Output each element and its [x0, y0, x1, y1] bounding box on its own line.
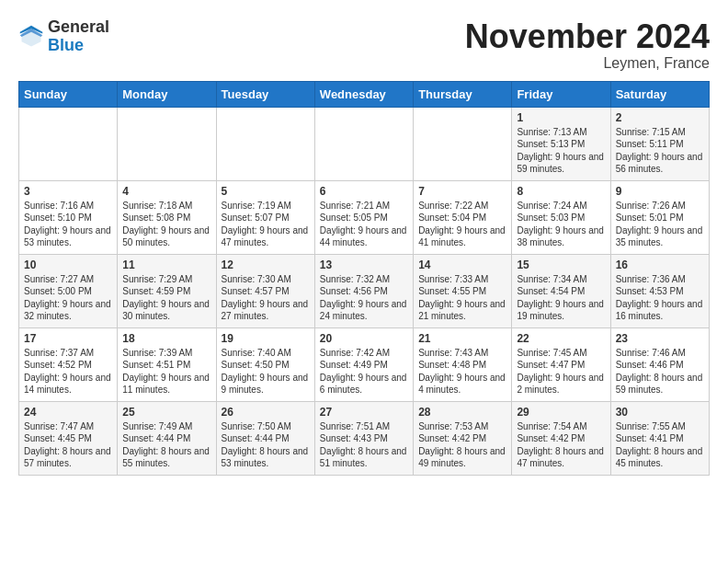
day-cell: 1Sunrise: 7:13 AM Sunset: 5:13 PM Daylig… [512, 107, 610, 180]
day-info: Sunrise: 7:26 AM Sunset: 5:01 PM Dayligh… [616, 200, 704, 249]
day-info: Sunrise: 7:16 AM Sunset: 5:10 PM Dayligh… [24, 200, 112, 249]
day-cell: 8Sunrise: 7:24 AM Sunset: 5:03 PM Daylig… [512, 180, 610, 254]
header-friday: Friday [512, 81, 610, 107]
week-row-1: 3Sunrise: 7:16 AM Sunset: 5:10 PM Daylig… [19, 180, 710, 254]
day-number: 13 [320, 259, 408, 271]
day-number: 22 [517, 332, 605, 345]
day-info: Sunrise: 7:37 AM Sunset: 4:52 PM Dayligh… [24, 347, 112, 396]
calendar-header: SundayMondayTuesdayWednesdayThursdayFrid… [19, 81, 710, 107]
day-number: 17 [24, 332, 112, 345]
day-cell: 12Sunrise: 7:30 AM Sunset: 4:57 PM Dayli… [216, 254, 314, 327]
day-cell: 6Sunrise: 7:21 AM Sunset: 5:05 PM Daylig… [314, 180, 413, 254]
day-number: 21 [418, 332, 506, 345]
header-saturday: Saturday [610, 81, 709, 107]
day-number: 30 [616, 406, 704, 419]
day-cell [414, 107, 512, 180]
logo-blue: Blue [48, 36, 84, 54]
page-header: General Blue November 2024 Leymen, Franc… [18, 18, 710, 72]
day-number: 14 [418, 259, 506, 271]
day-info: Sunrise: 7:22 AM Sunset: 5:04 PM Dayligh… [418, 200, 506, 249]
day-number: 26 [222, 406, 310, 419]
day-info: Sunrise: 7:55 AM Sunset: 4:41 PM Dayligh… [616, 420, 704, 470]
day-number: 9 [616, 185, 704, 198]
day-cell: 4Sunrise: 7:18 AM Sunset: 5:08 PM Daylig… [118, 180, 216, 254]
day-number: 12 [222, 259, 310, 271]
header-monday: Monday [118, 81, 216, 107]
day-info: Sunrise: 7:15 AM Sunset: 5:11 PM Dayligh… [616, 126, 704, 176]
day-cell: 18Sunrise: 7:39 AM Sunset: 4:51 PM Dayli… [118, 327, 216, 401]
day-info: Sunrise: 7:46 AM Sunset: 4:46 PM Dayligh… [616, 347, 704, 396]
day-cell: 5Sunrise: 7:19 AM Sunset: 5:07 PM Daylig… [216, 180, 314, 254]
title-block: November 2024 Leymen, France [465, 18, 710, 72]
day-info: Sunrise: 7:39 AM Sunset: 4:51 PM Dayligh… [122, 347, 210, 396]
header-wednesday: Wednesday [314, 81, 413, 107]
day-info: Sunrise: 7:24 AM Sunset: 5:03 PM Dayligh… [517, 200, 605, 249]
week-row-0: 1Sunrise: 7:13 AM Sunset: 5:13 PM Daylig… [19, 107, 710, 180]
day-cell: 2Sunrise: 7:15 AM Sunset: 5:11 PM Daylig… [610, 107, 709, 180]
day-number: 10 [24, 259, 112, 271]
day-cell: 25Sunrise: 7:49 AM Sunset: 4:44 PM Dayli… [118, 401, 216, 475]
day-info: Sunrise: 7:36 AM Sunset: 4:53 PM Dayligh… [616, 273, 704, 323]
day-number: 1 [517, 111, 605, 124]
day-cell: 29Sunrise: 7:54 AM Sunset: 4:42 PM Dayli… [512, 401, 610, 475]
day-info: Sunrise: 7:42 AM Sunset: 4:49 PM Dayligh… [320, 347, 408, 396]
day-info: Sunrise: 7:18 AM Sunset: 5:08 PM Dayligh… [122, 200, 210, 249]
calendar-body: 1Sunrise: 7:13 AM Sunset: 5:13 PM Daylig… [19, 107, 710, 475]
day-info: Sunrise: 7:21 AM Sunset: 5:05 PM Dayligh… [320, 200, 408, 249]
day-cell: 11Sunrise: 7:29 AM Sunset: 4:59 PM Dayli… [118, 254, 216, 327]
week-row-4: 24Sunrise: 7:47 AM Sunset: 4:45 PM Dayli… [19, 401, 710, 475]
day-info: Sunrise: 7:32 AM Sunset: 4:56 PM Dayligh… [320, 273, 408, 323]
day-cell: 26Sunrise: 7:50 AM Sunset: 4:44 PM Dayli… [216, 401, 314, 475]
day-info: Sunrise: 7:49 AM Sunset: 4:44 PM Dayligh… [122, 420, 210, 470]
day-cell: 24Sunrise: 7:47 AM Sunset: 4:45 PM Dayli… [19, 401, 118, 475]
day-cell: 19Sunrise: 7:40 AM Sunset: 4:50 PM Dayli… [216, 327, 314, 401]
day-number: 24 [24, 406, 112, 419]
day-number: 3 [24, 185, 112, 198]
logo-icon [18, 24, 44, 50]
logo-general: General [48, 17, 109, 36]
day-number: 2 [616, 111, 704, 124]
day-number: 15 [517, 259, 605, 271]
header-tuesday: Tuesday [216, 81, 314, 107]
day-number: 29 [517, 406, 605, 419]
day-cell: 21Sunrise: 7:43 AM Sunset: 4:48 PM Dayli… [414, 327, 512, 401]
day-cell [314, 107, 413, 180]
day-info: Sunrise: 7:27 AM Sunset: 5:00 PM Dayligh… [24, 273, 112, 323]
day-number: 25 [122, 406, 210, 419]
day-number: 7 [418, 185, 506, 198]
week-row-2: 10Sunrise: 7:27 AM Sunset: 5:00 PM Dayli… [19, 254, 710, 327]
day-number: 16 [616, 259, 704, 271]
day-info: Sunrise: 7:54 AM Sunset: 4:42 PM Dayligh… [517, 420, 605, 470]
day-number: 4 [122, 185, 210, 198]
day-cell: 20Sunrise: 7:42 AM Sunset: 4:49 PM Dayli… [314, 327, 413, 401]
day-info: Sunrise: 7:33 AM Sunset: 4:55 PM Dayligh… [418, 273, 506, 323]
day-info: Sunrise: 7:19 AM Sunset: 5:07 PM Dayligh… [222, 200, 310, 249]
day-info: Sunrise: 7:51 AM Sunset: 4:43 PM Dayligh… [320, 420, 408, 470]
day-number: 19 [222, 332, 310, 345]
day-cell: 17Sunrise: 7:37 AM Sunset: 4:52 PM Dayli… [19, 327, 118, 401]
day-number: 28 [418, 406, 506, 419]
day-info: Sunrise: 7:53 AM Sunset: 4:42 PM Dayligh… [418, 420, 506, 470]
day-info: Sunrise: 7:45 AM Sunset: 4:47 PM Dayligh… [517, 347, 605, 396]
day-cell: 9Sunrise: 7:26 AM Sunset: 5:01 PM Daylig… [610, 180, 709, 254]
location: Leymen, France [465, 55, 710, 72]
day-number: 20 [320, 332, 408, 345]
header-thursday: Thursday [414, 81, 512, 107]
day-cell: 23Sunrise: 7:46 AM Sunset: 4:46 PM Dayli… [610, 327, 709, 401]
header-row: SundayMondayTuesdayWednesdayThursdayFrid… [19, 81, 710, 107]
day-number: 23 [616, 332, 704, 345]
logo: General Blue [18, 18, 109, 55]
day-cell: 30Sunrise: 7:55 AM Sunset: 4:41 PM Dayli… [610, 401, 709, 475]
day-number: 27 [320, 406, 408, 419]
day-cell: 3Sunrise: 7:16 AM Sunset: 5:10 PM Daylig… [19, 180, 118, 254]
day-number: 6 [320, 185, 408, 198]
day-cell [118, 107, 216, 180]
day-cell: 7Sunrise: 7:22 AM Sunset: 5:04 PM Daylig… [414, 180, 512, 254]
day-info: Sunrise: 7:13 AM Sunset: 5:13 PM Dayligh… [517, 126, 605, 176]
day-info: Sunrise: 7:34 AM Sunset: 4:54 PM Dayligh… [517, 273, 605, 323]
day-cell: 13Sunrise: 7:32 AM Sunset: 4:56 PM Dayli… [314, 254, 413, 327]
day-info: Sunrise: 7:30 AM Sunset: 4:57 PM Dayligh… [222, 273, 310, 323]
day-info: Sunrise: 7:29 AM Sunset: 4:59 PM Dayligh… [122, 273, 210, 323]
day-info: Sunrise: 7:40 AM Sunset: 4:50 PM Dayligh… [222, 347, 310, 396]
day-cell: 15Sunrise: 7:34 AM Sunset: 4:54 PM Dayli… [512, 254, 610, 327]
